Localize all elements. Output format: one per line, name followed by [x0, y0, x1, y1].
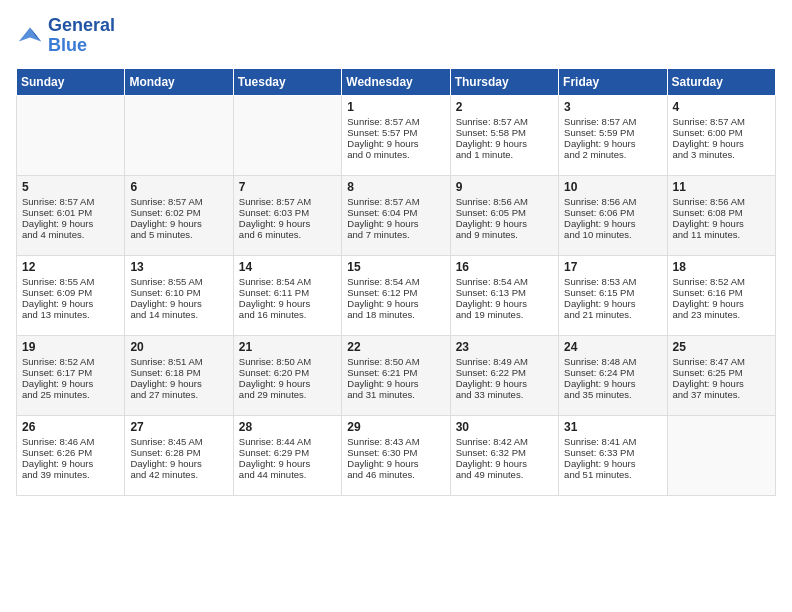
cell-text: and 14 minutes.	[130, 309, 227, 320]
cell-text: and 49 minutes.	[456, 469, 553, 480]
cell-text: Sunrise: 8:52 AM	[22, 356, 119, 367]
cell-text: Sunset: 6:10 PM	[130, 287, 227, 298]
cell-text: Daylight: 9 hours	[239, 378, 336, 389]
calendar-cell: 3Sunrise: 8:57 AMSunset: 5:59 PMDaylight…	[559, 95, 667, 175]
cell-text: Sunrise: 8:50 AM	[239, 356, 336, 367]
cell-text: Daylight: 9 hours	[130, 298, 227, 309]
cell-text: Sunrise: 8:47 AM	[673, 356, 770, 367]
cell-text: Sunrise: 8:50 AM	[347, 356, 444, 367]
day-number: 16	[456, 260, 553, 274]
cell-text: and 5 minutes.	[130, 229, 227, 240]
cell-text: and 46 minutes.	[347, 469, 444, 480]
calendar-week-row: 12Sunrise: 8:55 AMSunset: 6:09 PMDayligh…	[17, 255, 776, 335]
cell-text: Sunrise: 8:51 AM	[130, 356, 227, 367]
cell-text: Sunset: 6:09 PM	[22, 287, 119, 298]
day-number: 9	[456, 180, 553, 194]
cell-text: Sunrise: 8:56 AM	[456, 196, 553, 207]
cell-text: and 29 minutes.	[239, 389, 336, 400]
cell-text: Daylight: 9 hours	[456, 298, 553, 309]
cell-text: and 21 minutes.	[564, 309, 661, 320]
calendar-cell: 20Sunrise: 8:51 AMSunset: 6:18 PMDayligh…	[125, 335, 233, 415]
calendar-table: SundayMondayTuesdayWednesdayThursdayFrid…	[16, 68, 776, 496]
cell-text: and 25 minutes.	[22, 389, 119, 400]
cell-text: Sunset: 6:02 PM	[130, 207, 227, 218]
weekday-header-monday: Monday	[125, 68, 233, 95]
day-number: 8	[347, 180, 444, 194]
cell-text: Sunset: 6:24 PM	[564, 367, 661, 378]
cell-text: Sunset: 6:21 PM	[347, 367, 444, 378]
calendar-cell: 9Sunrise: 8:56 AMSunset: 6:05 PMDaylight…	[450, 175, 558, 255]
day-number: 27	[130, 420, 227, 434]
cell-text: Sunset: 6:00 PM	[673, 127, 770, 138]
cell-text: Sunset: 6:20 PM	[239, 367, 336, 378]
svg-marker-0	[19, 27, 41, 41]
cell-text: and 23 minutes.	[673, 309, 770, 320]
day-number: 3	[564, 100, 661, 114]
weekday-header-wednesday: Wednesday	[342, 68, 450, 95]
cell-text: Daylight: 9 hours	[673, 378, 770, 389]
cell-text: and 7 minutes.	[347, 229, 444, 240]
cell-text: Sunrise: 8:57 AM	[130, 196, 227, 207]
weekday-header-tuesday: Tuesday	[233, 68, 341, 95]
day-number: 31	[564, 420, 661, 434]
cell-text: Daylight: 9 hours	[673, 218, 770, 229]
cell-text: Sunset: 5:57 PM	[347, 127, 444, 138]
cell-text: Daylight: 9 hours	[673, 298, 770, 309]
cell-text: Sunset: 6:30 PM	[347, 447, 444, 458]
calendar-cell: 28Sunrise: 8:44 AMSunset: 6:29 PMDayligh…	[233, 415, 341, 495]
day-number: 24	[564, 340, 661, 354]
cell-text: Sunset: 6:05 PM	[456, 207, 553, 218]
cell-text: Sunrise: 8:57 AM	[673, 116, 770, 127]
cell-text: Sunrise: 8:56 AM	[564, 196, 661, 207]
cell-text: Sunset: 6:15 PM	[564, 287, 661, 298]
day-number: 7	[239, 180, 336, 194]
weekday-header-thursday: Thursday	[450, 68, 558, 95]
cell-text: Daylight: 9 hours	[456, 138, 553, 149]
calendar-cell: 17Sunrise: 8:53 AMSunset: 6:15 PMDayligh…	[559, 255, 667, 335]
cell-text: and 35 minutes.	[564, 389, 661, 400]
day-number: 20	[130, 340, 227, 354]
calendar-cell	[125, 95, 233, 175]
cell-text: Daylight: 9 hours	[564, 378, 661, 389]
cell-text: Sunrise: 8:46 AM	[22, 436, 119, 447]
cell-text: Sunrise: 8:48 AM	[564, 356, 661, 367]
cell-text: Sunrise: 8:56 AM	[673, 196, 770, 207]
day-number: 11	[673, 180, 770, 194]
logo: General Blue	[16, 16, 115, 56]
cell-text: Daylight: 9 hours	[347, 378, 444, 389]
day-number: 1	[347, 100, 444, 114]
cell-text: and 16 minutes.	[239, 309, 336, 320]
day-number: 15	[347, 260, 444, 274]
cell-text: and 6 minutes.	[239, 229, 336, 240]
day-number: 29	[347, 420, 444, 434]
cell-text: Daylight: 9 hours	[564, 458, 661, 469]
cell-text: Sunset: 6:28 PM	[130, 447, 227, 458]
cell-text: and 10 minutes.	[564, 229, 661, 240]
cell-text: Sunset: 6:13 PM	[456, 287, 553, 298]
logo-bird-icon	[16, 22, 44, 50]
cell-text: and 27 minutes.	[130, 389, 227, 400]
cell-text: and 9 minutes.	[456, 229, 553, 240]
calendar-cell: 11Sunrise: 8:56 AMSunset: 6:08 PMDayligh…	[667, 175, 775, 255]
cell-text: and 2 minutes.	[564, 149, 661, 160]
logo-text: General Blue	[48, 16, 115, 56]
cell-text: Daylight: 9 hours	[673, 138, 770, 149]
calendar-week-row: 1Sunrise: 8:57 AMSunset: 5:57 PMDaylight…	[17, 95, 776, 175]
cell-text: Daylight: 9 hours	[239, 218, 336, 229]
cell-text: Sunset: 5:59 PM	[564, 127, 661, 138]
day-number: 12	[22, 260, 119, 274]
cell-text: Sunrise: 8:55 AM	[130, 276, 227, 287]
calendar-cell: 14Sunrise: 8:54 AMSunset: 6:11 PMDayligh…	[233, 255, 341, 335]
calendar-cell: 15Sunrise: 8:54 AMSunset: 6:12 PMDayligh…	[342, 255, 450, 335]
cell-text: and 18 minutes.	[347, 309, 444, 320]
cell-text: Daylight: 9 hours	[130, 378, 227, 389]
cell-text: Sunset: 6:22 PM	[456, 367, 553, 378]
calendar-cell: 10Sunrise: 8:56 AMSunset: 6:06 PMDayligh…	[559, 175, 667, 255]
calendar-week-row: 26Sunrise: 8:46 AMSunset: 6:26 PMDayligh…	[17, 415, 776, 495]
day-number: 30	[456, 420, 553, 434]
cell-text: Sunset: 5:58 PM	[456, 127, 553, 138]
weekday-header-saturday: Saturday	[667, 68, 775, 95]
cell-text: Sunset: 6:33 PM	[564, 447, 661, 458]
calendar-cell: 24Sunrise: 8:48 AMSunset: 6:24 PMDayligh…	[559, 335, 667, 415]
cell-text: Daylight: 9 hours	[564, 218, 661, 229]
